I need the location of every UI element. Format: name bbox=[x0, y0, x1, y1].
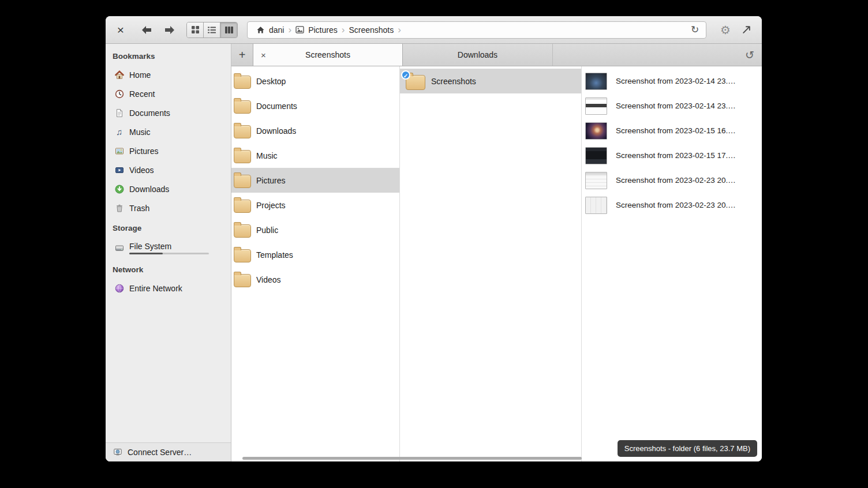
sidebar-item-label: Music bbox=[129, 127, 151, 137]
sidebar-item-label: Home bbox=[129, 70, 151, 80]
folder-label: Projects bbox=[256, 201, 286, 210]
breadcrumb-label: Screenshots bbox=[349, 25, 394, 35]
breadcrumb-screenshots[interactable]: Screenshots bbox=[346, 25, 396, 35]
document-icon bbox=[114, 108, 124, 118]
folder-icon bbox=[234, 76, 251, 89]
miller-columns: Desktop Documents Downloads Music bbox=[231, 66, 762, 461]
folder-label: Public bbox=[256, 226, 278, 235]
status-tooltip: Screenshots - folder (6 files, 23.7 MB) bbox=[618, 440, 757, 457]
sidebar-item-documents[interactable]: Documents bbox=[106, 103, 231, 122]
folder-row-public[interactable]: Public bbox=[231, 217, 399, 242]
folder-row-pictures[interactable]: Pictures bbox=[231, 168, 399, 193]
file-row[interactable]: Screenshot from 2023-02-23 20.… bbox=[582, 193, 762, 217]
folder-row-music[interactable]: Music bbox=[231, 143, 399, 168]
back-button[interactable] bbox=[140, 25, 153, 35]
file-thumbnail bbox=[585, 97, 607, 115]
file-label: Screenshot from 2023-02-14 23.… bbox=[616, 102, 736, 110]
home-icon bbox=[256, 26, 265, 34]
tab-close-icon[interactable]: × bbox=[261, 50, 266, 60]
image-icon bbox=[295, 26, 304, 33]
folder-row-templates[interactable]: Templates bbox=[231, 242, 399, 267]
window-close-button[interactable]: × bbox=[114, 24, 128, 36]
file-thumbnail bbox=[585, 197, 607, 214]
folder-row-videos[interactable]: Videos bbox=[231, 267, 399, 292]
folder-label: Videos bbox=[256, 275, 281, 284]
folder-label: Documents bbox=[256, 102, 297, 111]
history-button[interactable]: ↺ bbox=[738, 44, 762, 66]
folder-row-projects[interactable]: Projects bbox=[231, 193, 399, 217]
tab-label: Screenshots bbox=[253, 50, 402, 59]
miller-column-2: ✓ Screenshots bbox=[400, 66, 582, 461]
fullscreen-button[interactable] bbox=[739, 25, 754, 35]
nav-buttons bbox=[140, 25, 176, 35]
folder-row-screenshots[interactable]: ✓ Screenshots bbox=[400, 69, 581, 93]
breadcrumb-pictures[interactable]: Pictures bbox=[293, 25, 341, 35]
folder-icon bbox=[234, 125, 251, 138]
folder-row-documents[interactable]: Documents bbox=[231, 93, 399, 118]
folder-label: Templates bbox=[256, 250, 293, 260]
desktop: { "icons": { "close": "×", "tab_close": … bbox=[0, 0, 868, 488]
sidebar-section-bookmarks: Bookmarks bbox=[106, 50, 231, 65]
file-row[interactable]: Screenshot from 2023-02-15 17.… bbox=[582, 143, 762, 168]
tab-screenshots[interactable]: × Screenshots bbox=[253, 44, 403, 66]
folder-icon bbox=[234, 100, 251, 114]
folder-label: Screenshots bbox=[431, 77, 476, 86]
file-row[interactable]: Screenshot from 2023-02-14 23.… bbox=[582, 93, 762, 118]
sidebar-item-home[interactable]: Home bbox=[106, 65, 231, 84]
check-badge-icon: ✓ bbox=[401, 70, 410, 80]
sidebar-item-videos[interactable]: Videos bbox=[106, 160, 231, 179]
connect-server-button[interactable]: Connect Server… bbox=[106, 442, 231, 461]
file-label: Screenshot from 2023-02-15 16.… bbox=[616, 126, 736, 135]
sidebar-item-filesystem[interactable]: File System bbox=[106, 237, 231, 259]
file-label: Screenshot from 2023-02-15 17.… bbox=[616, 151, 736, 160]
breadcrumb-label: dani bbox=[269, 25, 284, 35]
sidebar-item-downloads[interactable]: Downloads bbox=[106, 179, 231, 198]
miller-column-1: Desktop Documents Downloads Music bbox=[231, 66, 400, 461]
music-note-icon: ♫ bbox=[114, 127, 124, 137]
path-breadcrumb-bar[interactable]: dani › Pictures › Screenshots › ↻ bbox=[247, 21, 706, 39]
file-label: Screenshot from 2023-02-23 20.… bbox=[616, 201, 736, 209]
folder-icon: ✓ bbox=[406, 75, 425, 90]
breadcrumb-home[interactable]: dani bbox=[253, 25, 287, 35]
harddisk-icon bbox=[114, 243, 124, 253]
sidebar-item-label: Videos bbox=[129, 166, 154, 175]
sidebar-item-entire-network[interactable]: Entire Network bbox=[106, 279, 231, 298]
sidebar-item-recent[interactable]: Recent bbox=[106, 84, 231, 103]
file-label: Screenshot from 2023-02-14 23.… bbox=[616, 77, 736, 85]
new-tab-button[interactable]: + bbox=[231, 44, 253, 66]
folder-row-downloads[interactable]: Downloads bbox=[231, 118, 399, 143]
grid-view-button[interactable] bbox=[187, 22, 204, 37]
breadcrumb-label: Pictures bbox=[308, 25, 338, 35]
sidebar-item-label: Trash bbox=[129, 204, 149, 213]
forward-button[interactable] bbox=[163, 25, 176, 35]
sidebar-item-pictures[interactable]: Pictures bbox=[106, 141, 231, 160]
expand-icon bbox=[742, 25, 751, 35]
file-row[interactable]: Screenshot from 2023-02-15 16.… bbox=[582, 118, 762, 143]
sidebar-item-music[interactable]: ♫ Music bbox=[106, 122, 231, 141]
refresh-button[interactable]: ↻ bbox=[686, 24, 704, 36]
trash-icon bbox=[114, 203, 124, 213]
sidebar-item-trash[interactable]: Trash bbox=[106, 198, 231, 217]
file-row[interactable]: Screenshot from 2023-02-23 20.… bbox=[582, 168, 762, 193]
recent-clock-icon bbox=[114, 89, 124, 99]
horizontal-scrollbar[interactable] bbox=[242, 457, 582, 460]
folder-icon bbox=[234, 224, 251, 238]
sidebar-item-label: Downloads bbox=[129, 185, 169, 194]
folder-icon bbox=[234, 274, 251, 287]
settings-gear-button[interactable]: ⚙ bbox=[717, 23, 734, 37]
videos-icon bbox=[114, 165, 124, 175]
downloads-icon bbox=[114, 184, 124, 194]
column-view-icon bbox=[225, 27, 233, 33]
file-thumbnail bbox=[585, 147, 607, 164]
folder-label: Pictures bbox=[256, 176, 286, 185]
tab-downloads[interactable]: Downloads bbox=[403, 44, 553, 66]
column-view-button[interactable] bbox=[220, 22, 237, 37]
sidebar-section-network: Network bbox=[106, 259, 231, 279]
folder-row-desktop[interactable]: Desktop bbox=[231, 69, 399, 93]
folder-icon bbox=[234, 150, 251, 163]
folder-icon bbox=[234, 175, 251, 188]
list-view-icon bbox=[208, 27, 216, 33]
file-thumbnail bbox=[585, 172, 607, 189]
list-view-button[interactable] bbox=[204, 22, 220, 37]
file-row[interactable]: Screenshot from 2023-02-14 23.… bbox=[582, 69, 762, 93]
